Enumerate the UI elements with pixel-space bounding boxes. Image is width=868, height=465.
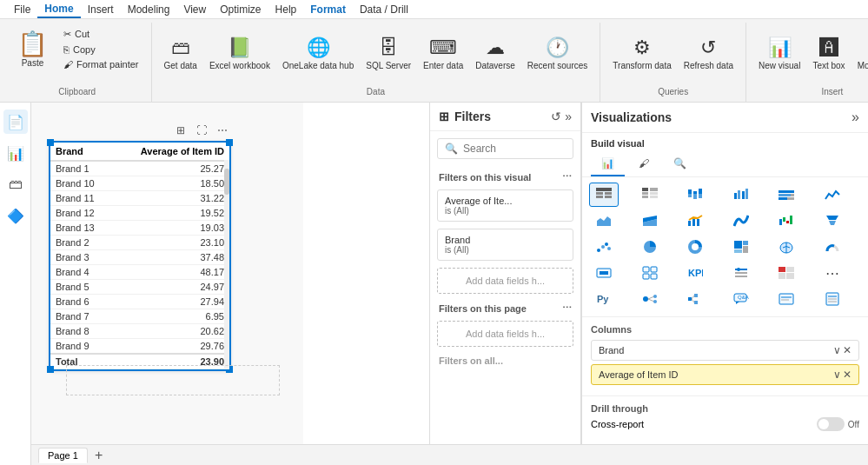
menu-home[interactable]: Home <box>37 1 80 18</box>
table-row[interactable]: Brand 448.17 <box>50 265 229 280</box>
filter-refresh-icon[interactable]: ↺ <box>551 110 561 123</box>
sidebar-model-icon[interactable]: 🔷 <box>3 203 28 228</box>
menu-help[interactable]: Help <box>268 2 304 17</box>
field-avg-chevron[interactable]: ∨ <box>833 369 841 381</box>
new-visual-button[interactable]: 📊 New visual <box>753 26 805 80</box>
add-page-filter-btn[interactable]: Add data fields h... <box>437 321 573 347</box>
viz-waterfall-icon[interactable] <box>772 209 801 233</box>
menu-modeling[interactable]: Modeling <box>121 2 177 17</box>
viz-decomp-tree-icon[interactable] <box>680 287 710 311</box>
viz-100bar-icon[interactable] <box>772 183 801 207</box>
viz-bar-icon[interactable] <box>680 183 710 207</box>
table-row[interactable]: Brand 820.62 <box>50 324 229 339</box>
table-row[interactable]: Brand 337.48 <box>50 250 229 265</box>
viz-more-icon[interactable]: ⋯ <box>818 261 847 285</box>
viz-paginated-icon[interactable] <box>818 287 847 311</box>
menu-file[interactable]: File <box>7 2 37 17</box>
get-data-button[interactable]: 🗃 Get data <box>159 26 202 80</box>
viz-gauge-icon[interactable] <box>818 235 847 259</box>
more-visuals-button[interactable]: ⊞ More visuals <box>852 26 868 80</box>
viz-funnel-icon[interactable] <box>818 209 847 233</box>
col-brand-header[interactable]: Brand <box>50 143 112 161</box>
filter-search-box[interactable]: 🔍 <box>437 138 573 159</box>
add-visual-filter-btn[interactable]: Add data fields h... <box>437 268 573 294</box>
text-box-button[interactable]: 🅰 Text box <box>807 26 850 80</box>
viz-expand-btn[interactable]: » <box>851 110 859 125</box>
visual-filter-icon[interactable]: ⊞ <box>172 122 189 139</box>
sidebar-data-icon[interactable]: 🗃 <box>3 172 28 196</box>
viz-multirow-card-icon[interactable] <box>635 261 665 285</box>
dataverse-button[interactable]: ☁ Dataverse <box>470 26 520 80</box>
viz-card-icon[interactable] <box>589 261 619 285</box>
table-row[interactable]: Brand 1219.52 <box>50 206 229 221</box>
viz-table2-icon[interactable] <box>772 261 801 285</box>
visual-filter-more-icon[interactable]: ⋯ <box>562 171 572 183</box>
viz-kpi-icon[interactable]: KPI <box>680 261 710 285</box>
cut-button[interactable]: ✂ Cut <box>58 27 144 42</box>
excel-workbook-button[interactable]: 📗 Excel workbook <box>204 26 275 80</box>
table-row[interactable]: Brand 929.76 <box>50 339 229 355</box>
sidebar-chart-icon[interactable]: 📊 <box>3 141 28 165</box>
viz-ribbon-icon[interactable] <box>726 209 756 233</box>
page-filter-more-icon[interactable]: ⋯ <box>562 302 572 314</box>
resize-handle-bl[interactable] <box>47 366 54 373</box>
viz-line-icon[interactable] <box>818 183 847 207</box>
visual-more-icon[interactable]: ⋯ <box>214 122 231 139</box>
main-canvas[interactable]: ⊞ ⛶ ⋯ Brand Average of Item ID Brand 125… <box>31 103 303 444</box>
viz-bar-clustered-icon[interactable] <box>726 183 756 207</box>
viz-tab-analytics[interactable]: 🔍 <box>663 152 697 176</box>
menu-data-drill[interactable]: Data / Drill <box>353 2 415 17</box>
table-row[interactable]: Brand 524.97 <box>50 280 229 295</box>
viz-smart-narrative-icon[interactable] <box>772 287 801 311</box>
visual-focus-icon[interactable]: ⛶ <box>193 122 210 139</box>
viz-matrix-icon[interactable] <box>635 183 665 207</box>
refresh-data-button[interactable]: ↺ Refresh data <box>679 26 739 80</box>
viz-stacked-area-icon[interactable] <box>635 209 665 233</box>
menu-optimize[interactable]: Optimize <box>213 2 268 17</box>
viz-qa-icon[interactable]: Q&A <box>726 287 756 311</box>
scrollbar-thumb[interactable] <box>224 169 229 195</box>
viz-treemap-icon[interactable] <box>726 235 756 259</box>
viz-map-icon[interactable] <box>772 235 801 259</box>
viz-pie-icon[interactable] <box>635 235 665 259</box>
menu-format[interactable]: Format <box>303 2 353 17</box>
viz-python-icon[interactable]: Py <box>589 287 619 311</box>
viz-table-icon[interactable] <box>589 183 619 207</box>
table-row[interactable]: Brand 223.10 <box>50 236 229 250</box>
onelake-hub-button[interactable]: 🌐 OneLake data hub <box>277 26 359 80</box>
viz-area-icon[interactable] <box>589 209 619 233</box>
recent-sources-button[interactable]: 🕐 Recent sources <box>522 26 593 80</box>
viz-slicer-icon[interactable] <box>726 261 756 285</box>
field-avg-item-id[interactable]: Average of Item ID ∨ ✕ <box>591 364 859 385</box>
copy-button[interactable]: ⎘ Copy <box>58 43 144 56</box>
table-row[interactable]: Brand 125.27 <box>50 161 229 176</box>
resize-handle-tl[interactable] <box>47 139 54 146</box>
table-visual[interactable]: Brand Average of Item ID Brand 125.27Bra… <box>49 141 231 371</box>
menu-insert[interactable]: Insert <box>81 2 121 17</box>
dotted-selection-area[interactable] <box>66 365 280 395</box>
viz-donut-icon[interactable] <box>680 235 710 259</box>
sql-server-button[interactable]: 🗄 SQL Server <box>361 26 416 80</box>
filter-brand-item[interactable]: Brand is (All) <box>437 229 573 261</box>
col-avg-header[interactable]: Average of Item ID <box>112 143 229 161</box>
field-brand[interactable]: Brand ∨ ✕ <box>591 340 859 361</box>
cross-report-toggle[interactable] <box>817 417 845 431</box>
field-brand-chevron[interactable]: ∨ <box>833 344 841 356</box>
filter-avg-item[interactable]: Average of Ite... is (All) <box>437 189 573 222</box>
paste-button[interactable]: 📋 Paste <box>10 26 55 71</box>
table-row[interactable]: Brand 76.95 <box>50 309 229 324</box>
table-row[interactable]: Brand 1131.22 <box>50 191 229 206</box>
table-row[interactable]: Brand 1319.03 <box>50 221 229 236</box>
field-avg-close[interactable]: ✕ <box>843 369 851 381</box>
format-painter-button[interactable]: 🖌 Format painter <box>58 57 144 71</box>
field-brand-close[interactable]: ✕ <box>843 344 851 356</box>
viz-line-bar-icon[interactable] <box>680 209 710 233</box>
viz-tab-format[interactable]: 🖌 <box>628 152 659 176</box>
page-tab-1[interactable]: Page 1 <box>38 448 88 463</box>
scrollbar-track[interactable] <box>224 160 229 369</box>
filter-expand-icon[interactable]: » <box>565 110 572 123</box>
viz-scatter-icon[interactable] <box>589 235 619 259</box>
filter-search-input[interactable] <box>463 143 566 155</box>
resize-handle-tr[interactable] <box>226 139 233 146</box>
table-row[interactable]: Brand 1018.50 <box>50 176 229 191</box>
